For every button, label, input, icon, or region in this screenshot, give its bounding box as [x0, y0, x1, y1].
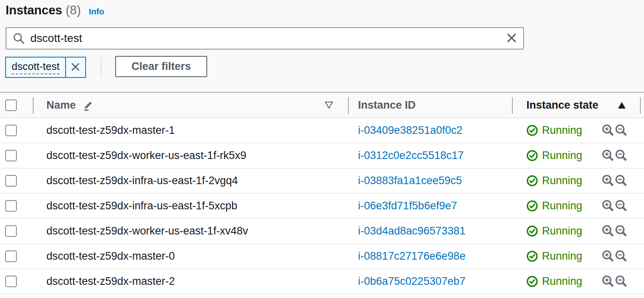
instance-state-cell: Running — [512, 194, 644, 218]
instance-state-cell: Running — [512, 269, 644, 294]
info-link[interactable]: Info — [89, 7, 104, 16]
close-icon — [506, 32, 518, 45]
zoom-out-filter-button[interactable] — [615, 199, 627, 213]
magnifier-plus-icon — [602, 250, 614, 263]
instance-state-cell: Running — [512, 244, 644, 268]
instance-id-cell: i-0312c0e2cc5518c17 — [348, 143, 512, 168]
table-row: dscott-test-z59dx-infra-us-east-1f-2vgq4… — [0, 169, 644, 194]
magnifier-minus-icon — [615, 149, 627, 163]
sort-indicator-icon — [324, 101, 334, 109]
select-all-checkbox[interactable] — [5, 99, 17, 111]
zoom-in-filter-button[interactable] — [602, 174, 614, 188]
table-body: dscott-test-z59dx-master-1 i-03409e38251… — [0, 118, 644, 294]
select-all-cell — [0, 93, 33, 117]
table-row: dscott-test-z59dx-master-1 i-03409e38251… — [0, 118, 644, 143]
row-select-cell — [0, 269, 33, 294]
instance-id-cell: i-08817c27176e6e98e — [348, 244, 512, 268]
magnifier-plus-icon — [602, 224, 614, 238]
instance-id-link[interactable]: i-0b6a75c0225307eb7 — [358, 275, 466, 288]
table-row: dscott-test-z59dx-worker-us-east-1f-xv48… — [0, 219, 644, 244]
clear-search-button[interactable] — [506, 32, 518, 45]
pencil-edit-icon — [82, 99, 94, 111]
search-icon — [13, 32, 25, 44]
table-row: dscott-test-z59dx-worker-us-east-1f-rk5x… — [0, 143, 644, 169]
check-circle-icon — [526, 175, 538, 187]
zoom-out-filter-button[interactable] — [615, 174, 627, 188]
column-header-instance-state[interactable]: Instance state — [512, 93, 644, 117]
check-circle-icon — [526, 200, 538, 212]
instance-id-link[interactable]: i-0312c0e2cc5518c17 — [358, 149, 464, 162]
instance-name: dscott-test-z59dx-master-2 — [33, 269, 348, 294]
row-select-cell — [0, 194, 33, 218]
row-checkbox[interactable] — [5, 150, 17, 161]
table-row: dscott-test-z59dx-infra-us-east-1f-5xcpb… — [0, 194, 644, 219]
state-filter-buttons — [602, 199, 627, 213]
instance-name: dscott-test-z59dx-infra-us-east-1f-2vgq4 — [33, 169, 348, 193]
magnifier-plus-icon — [602, 199, 614, 213]
state-filter-buttons — [602, 149, 627, 163]
instance-state-label: Running — [542, 200, 582, 212]
instance-id-link[interactable]: i-03409e38251a0f0c2 — [358, 124, 462, 137]
zoom-in-filter-button[interactable] — [602, 124, 614, 137]
magnifier-plus-icon — [602, 174, 614, 188]
instance-id-link[interactable]: i-03d4ad8ac96573381 — [358, 225, 466, 237]
zoom-out-filter-button[interactable] — [615, 149, 627, 163]
filter-chip-token[interactable]: dscott-test — [6, 58, 65, 77]
row-select-cell — [0, 143, 33, 168]
instance-id-link[interactable]: i-03883fa1a1cee59c5 — [358, 175, 462, 187]
filter-chip: dscott-test — [5, 57, 86, 78]
instance-state-label: Running — [542, 149, 582, 162]
instance-id-cell: i-06e3fd71f5b6ef9e7 — [348, 194, 512, 218]
table-header: Name Instance ID Instance state — [0, 93, 644, 118]
table-row: dscott-test-z59dx-master-0 i-08817c27176… — [0, 244, 644, 269]
row-checkbox[interactable] — [5, 125, 17, 136]
row-select-cell — [0, 169, 33, 193]
row-checkbox[interactable] — [5, 250, 17, 262]
magnifier-minus-icon — [615, 199, 627, 213]
search-input[interactable] — [25, 28, 506, 49]
row-select-cell — [0, 118, 33, 143]
instances-table: Name Instance ID Instance state dscott-t… — [0, 92, 644, 298]
zoom-in-filter-button[interactable] — [602, 275, 614, 288]
column-header-name[interactable]: Name — [33, 93, 348, 117]
instance-id-cell: i-03883fa1a1cee59c5 — [348, 169, 512, 193]
instance-state-label: Running — [542, 175, 582, 187]
zoom-in-filter-button[interactable] — [602, 149, 614, 163]
column-divider — [640, 97, 641, 114]
instance-state-cell: Running — [512, 169, 644, 193]
row-checkbox[interactable] — [5, 276, 17, 287]
instance-id-cell: i-0b6a75c0225307eb7 — [348, 269, 512, 294]
filter-chip-remove-button[interactable] — [65, 58, 85, 77]
zoom-out-filter-button[interactable] — [615, 124, 627, 137]
instance-name: dscott-test-z59dx-master-1 — [33, 118, 348, 143]
row-select-cell — [0, 244, 33, 268]
instance-state-label: Running — [542, 124, 582, 137]
instance-state-cell: Running — [512, 219, 644, 243]
zoom-out-filter-button[interactable] — [615, 275, 627, 288]
zoom-in-filter-button[interactable] — [602, 199, 614, 213]
clear-filters-button[interactable]: Clear filters — [115, 56, 207, 77]
column-header-instance-id[interactable]: Instance ID — [348, 93, 512, 117]
zoom-out-filter-button[interactable] — [615, 250, 627, 263]
filter-chip-label: dscott-test — [12, 60, 60, 74]
check-circle-icon — [526, 276, 538, 287]
zoom-out-filter-button[interactable] — [615, 224, 627, 238]
row-checkbox[interactable] — [5, 175, 17, 187]
magnifier-minus-icon — [615, 224, 627, 238]
instance-id-link[interactable]: i-06e3fd71f5b6ef9e7 — [358, 200, 457, 212]
row-checkbox[interactable] — [5, 225, 17, 237]
row-checkbox[interactable] — [5, 200, 17, 212]
instance-id-link[interactable]: i-08817c27176e6e98e — [358, 250, 466, 262]
instance-state-cell: Running — [512, 143, 644, 168]
instance-state-label: Running — [542, 225, 582, 237]
table-row: dscott-test-z59dx-master-2 i-0b6a75c0225… — [0, 269, 644, 294]
zoom-in-filter-button[interactable] — [602, 250, 614, 263]
state-filter-buttons — [602, 124, 627, 137]
zoom-in-filter-button[interactable] — [602, 224, 614, 238]
instance-state-cell: Running — [512, 118, 644, 143]
page-title: Instances — [6, 3, 62, 18]
search-bar — [6, 27, 524, 50]
magnifier-minus-icon — [615, 174, 627, 188]
instance-state-label: Running — [542, 275, 582, 288]
magnifier-minus-icon — [615, 124, 627, 137]
